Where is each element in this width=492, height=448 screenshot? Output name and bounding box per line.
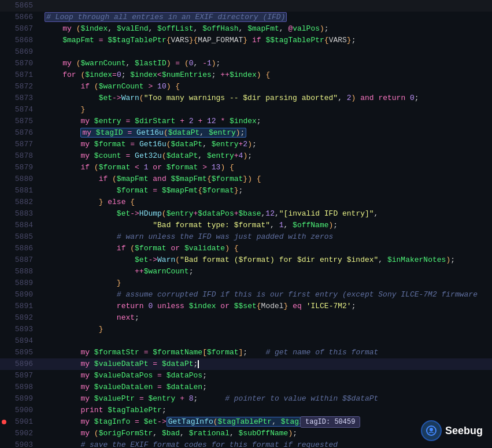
table-row: 5879 if ($format < 1 or $format > 13) {: [0, 162, 492, 173]
line-number: 5870: [8, 58, 40, 69]
line-number: 5887: [8, 254, 40, 266]
table-row: 5868 $mapFmt = $$tagTablePtr{VARS}{MAP_F…: [0, 35, 492, 46]
line-number: 5895: [8, 347, 40, 358]
table-row: 5878 my $count = Get32u($dataPt, $entry+…: [0, 150, 492, 162]
line-number: 5873: [8, 92, 40, 104]
table-row: 5880 if ($mapFmt and $$mapFmt{$format}) …: [0, 173, 492, 185]
line-number: 5890: [8, 289, 40, 301]
line-number: 5874: [8, 104, 40, 116]
line-number: 5899: [8, 393, 40, 405]
table-row: 5890 # assume corrupted IFD if this is o…: [0, 289, 492, 301]
table-row: 5899 my $valuePtr = $entry + 8; # pointe…: [0, 393, 492, 405]
line-number: 5882: [8, 197, 40, 208]
line-content: if ($warnCount > 10) {: [40, 81, 492, 92]
line-content: my $count = Get32u($dataPt, $entry+4);: [40, 150, 492, 162]
table-row: 5901 my $tagInfo = $et->GetTagInfo($tagT…: [0, 416, 492, 428]
line-content: return 0 unless $index or $$set{Model} e…: [40, 301, 492, 312]
table-row: 5881 $format = $$mapFmt{$format};: [0, 185, 492, 197]
line-content: $format = $$mapFmt{$format};: [40, 185, 492, 197]
table-row: 5883 $et->HDump($entry+$dataPos+$base,12…: [0, 208, 492, 220]
line-number: 5876: [8, 127, 40, 139]
table-row: 5888 ++$warnCount;: [0, 266, 492, 277]
seebug-svg-icon: [426, 425, 437, 436]
line-number: 5879: [8, 162, 40, 173]
table-row: 5889 }: [0, 277, 492, 289]
line-number: 5875: [8, 116, 40, 127]
editor-container: 5865 5866 # Loop through all entries in …: [0, 0, 492, 448]
line-number: 5869: [8, 46, 40, 58]
line-content: my $valuePtr = $entry + 8; # pointer to …: [40, 393, 492, 405]
line-content: my $tagID = Get16u($dataPt, $entry);: [40, 127, 492, 139]
line-content: "Bad format type: $format", 1, $offName)…: [40, 220, 492, 231]
line-content: my $format = Get16u($dataPt, $entry+2);: [40, 139, 492, 150]
line-content: $et->Warn("Too many warnings -- $dir par…: [40, 92, 492, 104]
table-row: 5876 my $tagID = Get16u($dataPt, $entry)…: [0, 127, 492, 139]
line-content: if ($format or $validate) {: [40, 243, 492, 254]
line-content: my $valueDataPt = $dataPt;: [40, 358, 492, 370]
line-number: 5872: [8, 81, 40, 92]
seebug-logo: Seebug: [421, 420, 483, 441]
table-row: 5872 if ($warnCount > 10) {: [0, 81, 492, 92]
gutter: [0, 420, 8, 424]
line-number: 5892: [8, 312, 40, 324]
line-number: 5897: [8, 370, 40, 382]
line-number: 5888: [8, 266, 40, 277]
table-row: 5877 my $format = Get16u($dataPt, $entry…: [0, 139, 492, 150]
line-content: my ($index, $valEnd, $offList, $offHash,…: [40, 23, 492, 35]
line-content: $mapFmt = $$tagTablePtr{VARS}{MAP_FORMAT…: [40, 35, 492, 46]
line-content: print $tagTablePtr;: [40, 405, 492, 416]
line-number: 5889: [8, 277, 40, 289]
line-number: 5883: [8, 208, 40, 220]
line-content: my $valueDataLen = $dataLen;: [40, 382, 492, 393]
table-row: 5896 my $valueDataPt = $dataPt;: [0, 358, 492, 370]
line-content: ++$warnCount;: [40, 266, 492, 277]
seebug-icon: [421, 420, 442, 441]
line-number: 5878: [8, 150, 40, 162]
code-area: 5865 5866 # Loop through all entries in …: [0, 0, 492, 448]
breakpoint-dot[interactable]: [2, 420, 6, 424]
line-number: 5894: [8, 335, 40, 347]
line-number: 5866: [8, 12, 40, 23]
line-number: 5901: [8, 416, 40, 428]
svg-point-1: [430, 428, 433, 431]
line-number: 5880: [8, 173, 40, 185]
line-number: 5871: [8, 69, 40, 81]
line-content: my $entry = $dirStart + 2 + 12 * $index;: [40, 116, 492, 127]
table-row: 5898 my $valueDataLen = $dataLen;: [0, 382, 492, 393]
line-content: }: [40, 104, 492, 116]
line-content: my ($warnCount, $lastID) = (0, -1);: [40, 58, 492, 69]
line-content: $et->Warn("Bad format ($format) for $dir…: [40, 254, 492, 266]
tooltip: tagID: 50459: [300, 416, 360, 428]
line-number: 5898: [8, 382, 40, 393]
line-content: if ($mapFmt and $$mapFmt{$format}) {: [40, 173, 492, 185]
line-number: 5902: [8, 428, 40, 439]
line-number: 5903: [8, 439, 40, 448]
table-row: 5893 }: [0, 324, 492, 335]
table-row: 5895 my $formatStr = $formatName[$format…: [0, 347, 492, 358]
line-content: $et->HDump($entry+$dataPos+$base,12,"[in…: [40, 208, 492, 220]
line-content: if ($format < 1 or $format > 13) {: [40, 162, 492, 173]
line-number: 5868: [8, 35, 40, 46]
line-content: }: [40, 324, 492, 335]
table-row: 5887 $et->Warn("Bad format ($format) for…: [0, 254, 492, 266]
table-row: 5865: [0, 0, 492, 12]
table-row: 5886 if ($format or $validate) {: [0, 243, 492, 254]
table-row: 5874 }: [0, 104, 492, 116]
line-content: my $valueDataPos = $dataPos;: [40, 370, 492, 382]
line-number: 5896: [8, 358, 40, 370]
table-row: 5892 next;: [0, 312, 492, 324]
line-number: 5885: [8, 231, 40, 243]
line-number: 5884: [8, 220, 40, 231]
line-content: # warn unless the IFD was just padded wi…: [40, 231, 492, 243]
table-row: 5902 my ($origFormStr, $bad, $rational, …: [0, 428, 492, 439]
table-row: 5871 for ($index=0; $index<$numEntries; …: [0, 69, 492, 81]
table-row: 5882 } else {: [0, 197, 492, 208]
line-number: 5900: [8, 405, 40, 416]
table-row: 5903 # save the EXIF format codes for th…: [0, 439, 492, 448]
table-row: 5885 # warn unless the IFD was just padd…: [0, 231, 492, 243]
table-row: 5884 "Bad format type: $format", 1, $off…: [0, 220, 492, 231]
line-content: # Loop through all entries in an EXIF di…: [40, 12, 492, 23]
line-number: 5877: [8, 139, 40, 150]
table-row: 5869: [0, 46, 492, 58]
line-number: 5867: [8, 23, 40, 35]
